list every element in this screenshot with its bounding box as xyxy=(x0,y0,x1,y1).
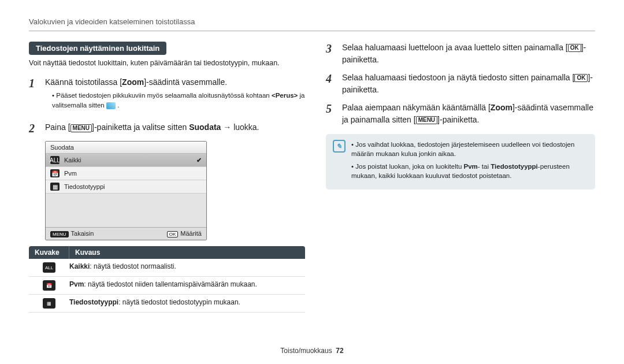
s4-a: Selaa haluamaasi tiedostoon ja näytä tie… xyxy=(342,73,574,82)
section-title: Tiedostojen näyttäminen luokittain xyxy=(29,42,166,55)
check-icon: ✔ xyxy=(196,157,202,164)
page-header: Valokuvien ja videoiden katseleminen toi… xyxy=(29,17,595,31)
step-number: 4 xyxy=(326,72,336,96)
step1-bullet: Pääset tiedostojen pikkukuviin myös sela… xyxy=(52,91,305,110)
menu-row-type: ▦ Tiedostotyyppi xyxy=(46,180,206,194)
th-desc: Kuvaus xyxy=(69,246,106,259)
step-number: 2 xyxy=(29,121,39,135)
menu-row-label: Pvm xyxy=(64,170,77,177)
set-label: Määritä xyxy=(180,230,202,237)
step-5: 5 Palaa aiempaan näkymään kääntämällä [Z… xyxy=(326,102,595,126)
note-item: Jos vaihdat luokkaa, tiedostojen järjest… xyxy=(351,140,588,158)
all-icon: ALL xyxy=(43,262,55,273)
n2-a: Jos poistat luokan, joka on luokiteltu xyxy=(355,163,463,170)
type-icon: ▦ xyxy=(43,298,55,309)
row-label: Tiedostotyyppi xyxy=(69,298,118,306)
menu-row-label: Kaikki xyxy=(64,157,81,164)
image-icon xyxy=(106,102,116,109)
menu-button-icon: MENU xyxy=(70,124,92,132)
step-number: 5 xyxy=(326,102,336,126)
footer-label: Toisto/muokkaus xyxy=(280,347,332,355)
date-icon: 📅 xyxy=(50,169,60,177)
page-footer: Toisto/muokkaus 72 xyxy=(0,347,624,355)
row-label: Kaikki xyxy=(69,262,90,270)
table-row: ▦ Tiedostotyyppi: näytä tiedostot tiedos… xyxy=(29,295,305,313)
date-icon: 📅 xyxy=(43,280,55,291)
ok-chip-icon: OK xyxy=(167,231,179,237)
step2-a: Paina [ xyxy=(45,122,70,132)
step1-bullet-a: Pääset tiedostojen pikkukuviin myös sela… xyxy=(56,92,272,99)
page-number: 72 xyxy=(336,347,343,355)
menu-row-date: 📅 Pvm xyxy=(46,167,206,180)
type-icon: ▦ xyxy=(50,183,60,191)
menu-title: Suodata xyxy=(46,142,206,154)
row-text: : näytä tiedostot niiden tallentamispäiv… xyxy=(84,280,257,288)
icon-table: Kuvake Kuvaus ALL Kaikki: näytä tiedosto… xyxy=(29,246,305,313)
step-number: 3 xyxy=(326,42,336,66)
table-row: ALL Kaikki: näytä tiedostot normaalisti. xyxy=(29,259,305,277)
menu-screenshot: Suodata ALL Kaikki ✔ 📅 Pvm ▦ Tiedostotyy… xyxy=(45,141,207,240)
n2-c: - tai xyxy=(478,163,491,170)
note-box: ✎ Jos vaihdat luokkaa, tiedostojen järje… xyxy=(326,134,595,190)
perus-label: <Perus> xyxy=(272,92,298,99)
menu-footer: MENUTakaisin OKMääritä xyxy=(46,227,206,240)
ok-button-icon: OK xyxy=(568,44,581,52)
menu-chip-icon: MENU xyxy=(50,231,69,237)
step1-text-a: Käännä toistotilassa [ xyxy=(45,77,122,87)
step1-text-b: ]-säädintä vasemmalle. xyxy=(144,77,227,87)
intro-text: Voit näyttää tiedostot luokittain, kuten… xyxy=(29,58,305,68)
back-label: Takaisin xyxy=(71,230,94,237)
note-item: Jos poistat luokan, joka on luokiteltu P… xyxy=(351,162,588,180)
pvm-label: Pvm xyxy=(464,163,478,170)
step2-c: → luokka. xyxy=(221,122,259,132)
s3-a: Selaa haluamaasi luetteloon ja avaa luet… xyxy=(342,43,568,52)
type-label: Tiedostotyyppi xyxy=(491,163,538,170)
row-label: Pvm xyxy=(69,280,84,288)
menu-row-label: Tiedostotyyppi xyxy=(64,183,105,190)
zoom-label: Zoom xyxy=(491,103,512,112)
all-icon: ALL xyxy=(50,156,60,164)
step2-b: ]-painiketta ja valitse sitten xyxy=(92,122,189,132)
suodata-label: Suodata xyxy=(189,122,221,132)
s5-a: Palaa aiempaan näkymään kääntämällä [ xyxy=(342,103,491,112)
th-icon: Kuvake xyxy=(29,246,69,259)
step-2: 2 Paina [MENU]-painiketta ja valitse sit… xyxy=(29,121,305,135)
zoom-label: Zoom xyxy=(122,77,144,87)
row-text: : näytä tiedostot tiedostotyypin mukaan. xyxy=(118,298,240,306)
ok-button-icon: OK xyxy=(574,74,588,82)
s5-c: ]-painiketta. xyxy=(437,115,479,124)
menu-row-all: ALL Kaikki ✔ xyxy=(46,154,206,167)
table-row: 📅 Pvm: näytä tiedostot niiden tallentami… xyxy=(29,277,305,295)
step-4: 4 Selaa haluamaasi tiedostoon ja näytä t… xyxy=(326,72,595,96)
note-icon: ✎ xyxy=(333,140,346,153)
step-1: 1 Käännä toistotilassa [Zoom]-säädintä v… xyxy=(29,76,305,116)
menu-button-icon: MENU xyxy=(416,116,437,124)
step-3: 3 Selaa haluamaasi luetteloon ja avaa lu… xyxy=(326,42,595,66)
row-text: : näytä tiedostot normaalisti. xyxy=(90,262,176,270)
menu-blank-area xyxy=(46,194,206,227)
step-number: 1 xyxy=(29,76,39,116)
